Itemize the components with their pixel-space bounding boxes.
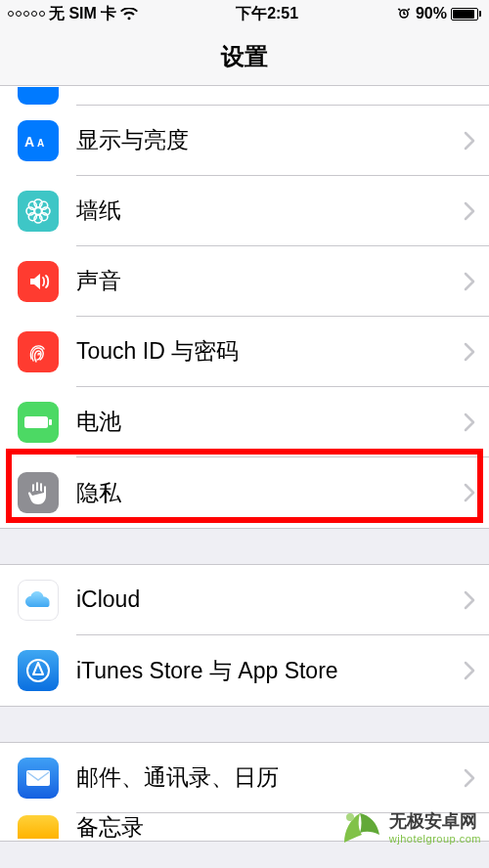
chevron-right-icon	[464, 412, 475, 432]
row-display-brightness[interactable]: AA 显示与亮度	[0, 106, 489, 176]
row-label: iTunes Store 与 App Store	[76, 656, 464, 686]
row-icloud[interactable]: iCloud	[0, 565, 489, 635]
signal-dots-icon	[8, 11, 45, 17]
speaker-icon	[18, 261, 59, 302]
settings-list[interactable]: AA 显示与亮度 墙纸 声音	[0, 86, 489, 842]
flower-icon	[18, 191, 59, 232]
page-title: 设置	[221, 41, 268, 72]
clock: 下午2:51	[236, 4, 298, 24]
chevron-right-icon	[464, 483, 475, 502]
watermark: 无极安卓网 wjhotelgroup.com	[336, 803, 481, 850]
text-size-icon: AA	[18, 120, 59, 161]
chevron-right-icon	[464, 661, 475, 680]
row-label: iCloud	[76, 586, 464, 613]
appstore-icon	[18, 650, 59, 691]
battery-icon	[18, 402, 59, 443]
mail-icon	[18, 758, 59, 799]
chevron-right-icon	[464, 131, 475, 151]
svg-point-15	[346, 813, 354, 821]
status-right: 90%	[396, 5, 481, 22]
row-itunes-appstore[interactable]: iTunes Store 与 App Store	[0, 635, 489, 706]
watermark-url: wjhotelgroup.com	[389, 833, 481, 845]
svg-text:A: A	[24, 134, 34, 150]
row-sounds[interactable]: 声音	[0, 246, 489, 317]
row-label: 墙纸	[76, 195, 464, 226]
settings-group-account: iCloud iTunes Store 与 App Store	[0, 564, 489, 707]
chevron-right-icon	[464, 201, 475, 221]
row-touch-id[interactable]: Touch ID 与密码	[0, 317, 489, 387]
row-label: 显示与亮度	[76, 125, 464, 155]
general-icon	[18, 87, 59, 105]
hand-icon	[18, 472, 59, 513]
watermark-title: 无极安卓网	[389, 809, 477, 833]
row-label: 邮件、通讯录、日历	[76, 762, 464, 793]
chevron-right-icon	[464, 342, 475, 362]
svg-rect-14	[26, 770, 50, 786]
status-bar: 无 SIM 卡 下午2:51 90%	[0, 0, 489, 27]
svg-text:A: A	[37, 138, 44, 149]
alarm-icon	[396, 6, 412, 22]
chevron-right-icon	[464, 272, 475, 291]
row-wallpaper[interactable]: 墙纸	[0, 176, 489, 246]
wifi-icon	[120, 8, 138, 21]
chevron-right-icon	[464, 768, 475, 788]
settings-group-general: AA 显示与亮度 墙纸 声音	[0, 86, 489, 529]
battery-icon	[451, 8, 481, 21]
fingerprint-icon	[18, 331, 59, 372]
cloud-icon	[18, 580, 59, 621]
row-label: 声音	[76, 266, 464, 296]
row-label: 电池	[76, 407, 464, 437]
watermark-logo-icon	[336, 803, 383, 850]
row-label: 隐私	[76, 478, 464, 508]
battery-percent: 90%	[416, 5, 447, 22]
chevron-right-icon	[464, 590, 475, 610]
row-partial-top[interactable]	[0, 86, 489, 106]
svg-rect-11	[24, 416, 48, 428]
nav-bar: 设置	[0, 27, 489, 86]
row-battery[interactable]: 电池	[0, 387, 489, 457]
status-left: 无 SIM 卡	[8, 4, 138, 24]
notes-icon	[18, 815, 59, 839]
carrier-label: 无 SIM 卡	[49, 4, 116, 24]
row-privacy[interactable]: 隐私	[0, 457, 489, 528]
svg-rect-12	[49, 419, 52, 425]
row-label: Touch ID 与密码	[76, 336, 464, 367]
